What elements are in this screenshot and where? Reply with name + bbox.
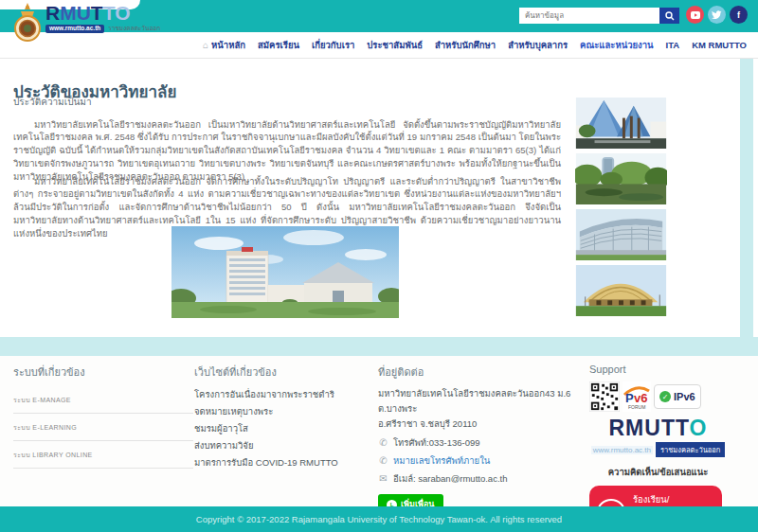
internal-phone-link[interactable]: หมายเลขโทรศัพท์ภายใน [393, 453, 490, 468]
svg-text:FORUM: FORUM [628, 404, 645, 410]
university-emblem-icon [13, 3, 42, 44]
search-bar [519, 8, 679, 24]
twitter-icon[interactable] [708, 6, 726, 24]
right-accent-strip [740, 59, 753, 376]
campus-rendering-photo [171, 226, 399, 318]
ipv6-ready-badge: ✓ IPv6 [654, 384, 701, 409]
phone-icon: ✆ [378, 437, 388, 448]
wordmark-letter: O [115, 2, 130, 24]
search-input[interactable] [519, 8, 659, 24]
footer-link-covid[interactable]: มาตรการรับมือ COVID-19 RMUTTO [194, 454, 370, 471]
campus-photo-dome-building [575, 265, 667, 316]
site-logo[interactable]: RMUTTO www.rmutto.ac.th ราชมงคลตะวันออก [13, 3, 160, 44]
rmutto-history-page: RMUTTO www.rmutto.ac.th ราชมงคลตะวันออก … [0, 0, 758, 532]
nav-item-faculties[interactable]: คณะและหน่วยงาน [580, 38, 653, 52]
wordmark-letter: U [77, 2, 91, 24]
wordmark-letter: M [625, 416, 644, 440]
wordmark-letter: T [661, 416, 676, 440]
footer-link-archives[interactable]: จดหมายเหตุบางพระ [194, 403, 370, 420]
footer-link-royal-project[interactable]: โครงการอันเนื่องมาจากพระราชดำริ [194, 386, 370, 403]
logo-url-badge: www.rmutto.ac.th [45, 25, 104, 33]
check-icon: ✓ [659, 391, 671, 402]
nav-item-km[interactable]: KM RMUTTO [692, 40, 747, 50]
footer-wordmark-url[interactable]: www.rmutto.ac.th [591, 446, 653, 454]
nav-label: หน้าหลัก [211, 38, 245, 52]
social-links: f [686, 6, 748, 24]
contact-email: อีเมล์: saraban@rmutto.ac.th [393, 471, 507, 486]
nav-item-about[interactable]: เกี่ยวกับเรา [312, 38, 354, 52]
contact-address-line1: มหาวิทยาลัยเทคโนโลยีราชมงคลตะวันออก43 ม.… [378, 386, 582, 417]
qr-code [589, 381, 620, 412]
footer-websites-title: เว็บไซต์ที่เกี่ยวข้อง [194, 364, 370, 381]
campus-photo-curved-building [575, 209, 667, 260]
wordmark-letter: R [45, 2, 60, 24]
wordmark-letter: T [103, 2, 115, 24]
wordmark-letter: T [676, 416, 690, 440]
footer-link-library[interactable]: ระบบ LIBRARY ONLINE [13, 441, 193, 469]
wordmark-letter: M [60, 2, 77, 24]
footer-wordmark-badge: ราชมงคลตะวันออก [656, 442, 725, 457]
nav-item-home[interactable]: ⌂ หน้าหลัก [203, 38, 245, 52]
envelope-icon: ✉ [378, 473, 388, 484]
page-subtitle: ประวัติความเป็นมา [13, 95, 92, 109]
footer: ระบบที่เกี่ยวข้อง ระบบ E-MANAGE ระบบ E-L… [0, 356, 758, 506]
wordmark-letter: U [644, 416, 661, 440]
footer-link-elearning[interactable]: ระบบ E-LEARNING [13, 414, 193, 441]
complaint-line1: ร้องเรียน/ [633, 494, 714, 506]
nav-item-ita[interactable]: ITA [666, 40, 680, 50]
content-footer-divider [0, 337, 758, 356]
nav-item-apply[interactable]: สมัครเรียน [258, 38, 299, 52]
phone-icon: ✆ [378, 455, 388, 466]
wordmark-letter: R [608, 416, 625, 440]
campus-photo-entrance [575, 98, 667, 149]
facebook-icon[interactable]: f [730, 6, 748, 24]
footer-systems-title: ระบบที่เกี่ยวข้อง [13, 364, 193, 381]
svg-text:P: P [625, 391, 634, 405]
search-button[interactable] [659, 8, 679, 24]
wordmark-letter: T [91, 2, 103, 24]
copyright-bar: Copyright © 2017-2022 Rajamangala Univer… [0, 506, 758, 532]
footer-websites-column: เว็บไซต์ที่เกี่ยวข้อง โครงการอันเนื่องมา… [194, 364, 370, 471]
footer-contact-column: ที่อยู่ติดต่อ มหาวิทยาลัยเทคโนโลยีราชมงค… [378, 364, 582, 515]
ipv6-ready-label: IPv6 [674, 392, 695, 402]
youtube-icon[interactable] [686, 6, 704, 24]
nav-item-staff[interactable]: สำหรับบุคลากร [508, 38, 568, 52]
svg-text:v6: v6 [634, 391, 647, 405]
logo-tagline: ราชมงคลตะวันออก [108, 26, 160, 32]
footer-wordmark: RMUTTO [589, 416, 727, 441]
wordmark: RMUTTO www.rmutto.ac.th ราชมงคลตะวันออก [45, 3, 160, 33]
feedback-label: ความคิดเห็น/ข้อเสนอแนะ [589, 465, 727, 479]
footer-link-submit-research[interactable]: ส่งบทความวิจัย [194, 437, 370, 454]
contact-address-line2: อ.ศรีราชา จ.ชลบุรี 20110 [378, 417, 582, 432]
contact-phone: โทรศัพท์:033-136-099 [393, 435, 480, 450]
side-photo-column [575, 98, 667, 316]
footer-link-emanage[interactable]: ระบบ E-MANAGE [13, 386, 193, 414]
nav-item-students[interactable]: สำหรับนักศึกษา [435, 38, 496, 52]
history-paragraph-1: มหาวิทยาลัยเทคโนโลยีราชมงคลตะวันออก เป็น… [13, 118, 561, 184]
footer-link-senior-club[interactable]: ชมรมผู้อาวุโส [194, 420, 370, 437]
ipv6-forum-logo: P v6 FORUM [623, 381, 651, 412]
home-icon: ⌂ [203, 40, 208, 50]
nav-item-news[interactable]: ประชาสัมพันธ์ [367, 38, 423, 52]
footer-systems-column: ระบบที่เกี่ยวข้อง ระบบ E-MANAGE ระบบ E-L… [13, 364, 193, 469]
footer-support-title: Support [589, 364, 739, 375]
wordmark-letter: O [690, 416, 708, 440]
footer-contact-title: ที่อยู่ติดต่อ [378, 364, 582, 381]
search-icon [665, 11, 675, 21]
campus-photo-lake [575, 153, 667, 204]
